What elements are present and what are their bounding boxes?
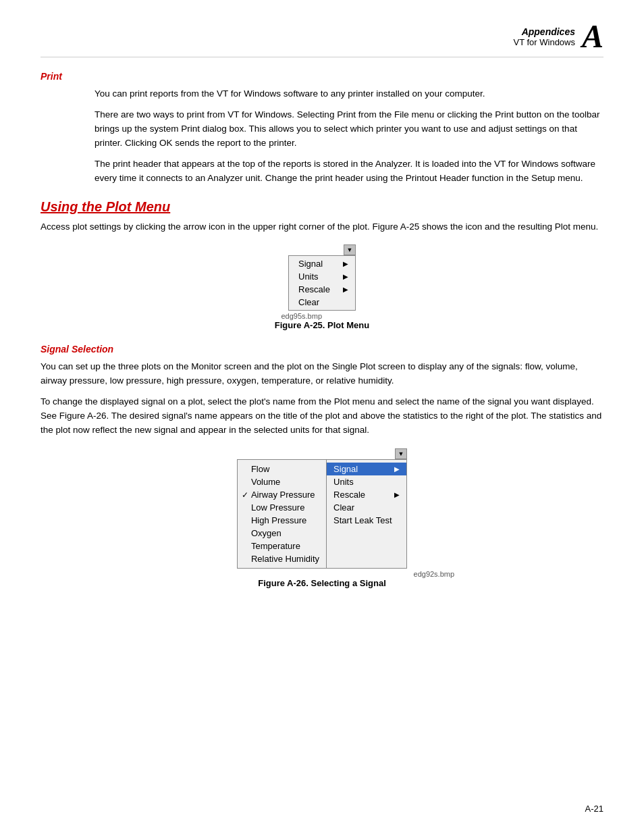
units-submenu-arrow: ▶: [343, 273, 348, 280]
signal-selection-section: Signal Selection You can set up the thre…: [41, 344, 603, 588]
plot-menu-box: Signal ▶ Units ▶ Rescale ▶ Clear: [288, 255, 356, 311]
figure-25-caption: Figure A-25. Plot Menu: [275, 320, 369, 330]
print-section: Print You can print reports from the VT …: [41, 71, 603, 186]
right-menu-units[interactable]: Units: [327, 475, 406, 488]
right-menu-clear[interactable]: Clear: [327, 501, 406, 514]
signal-para2: To change the displayed signal on a plot…: [41, 395, 603, 438]
right-rescale-arrow: ▶: [394, 491, 400, 498]
figure-26-wrapper: ▼ Flow Volume Airway Pressure: [41, 448, 603, 588]
left-menu-flow[interactable]: Flow: [238, 463, 326, 475]
header-title: Appendices: [513, 26, 575, 37]
plot-menu-arrow-icon[interactable]: ▼: [344, 244, 356, 255]
page: Appendices VT for Windows A Print You ca…: [0, 0, 644, 834]
left-menu-low-pressure[interactable]: Low Pressure: [238, 501, 326, 514]
figure-26-caption: Figure A-26. Selecting a Signal: [258, 578, 386, 588]
left-menu-relative-humidity[interactable]: Relative Humidity: [238, 552, 326, 565]
print-para1: You can print reports from the VT for Wi…: [95, 87, 603, 101]
print-para3: The print header that appears at the top…: [95, 157, 603, 186]
print-label: Print: [41, 71, 603, 82]
page-header: Appendices VT for Windows A: [41, 20, 603, 57]
rescale-submenu-arrow: ▶: [343, 286, 348, 293]
plot-menu-para1: Access plot settings by clicking the arr…: [41, 220, 603, 234]
signal-para1: You can set up the three plots on the Mo…: [41, 360, 603, 388]
header-subtitle: VT for Windows: [513, 37, 575, 47]
menu-item-clear[interactable]: Clear: [289, 296, 355, 309]
menu-item-units[interactable]: Units ▶: [289, 270, 355, 283]
left-menu-high-pressure[interactable]: High Pressure: [238, 514, 326, 527]
signal-submenu-arrow: ▶: [343, 260, 348, 267]
right-signal-arrow: ▶: [394, 465, 400, 473]
page-number: A-21: [585, 804, 603, 814]
left-menu-temperature[interactable]: Temperature: [238, 540, 326, 552]
header-letter: A: [582, 20, 603, 53]
left-menu-airway-pressure[interactable]: Airway Pressure: [238, 488, 326, 501]
menu-item-signal[interactable]: Signal ▶: [289, 257, 355, 270]
right-menu-rescale[interactable]: Rescale ▶: [327, 488, 406, 501]
menu-item-rescale[interactable]: Rescale ▶: [289, 283, 355, 296]
figure-25-wrapper: ▼ Signal ▶ Units ▶ Rescale ▶: [41, 244, 603, 330]
signal-right-menu: Signal ▶ Units Rescale ▶ Clear: [326, 459, 407, 569]
left-menu-oxygen[interactable]: Oxygen: [238, 527, 326, 540]
plot-menu-section: Using the Plot Menu Access plot settings…: [41, 199, 603, 331]
left-menu-volume[interactable]: Volume: [238, 475, 326, 488]
edg-label-26: edg92s.bmp: [414, 570, 455, 578]
signal-selection-label: Signal Selection: [41, 344, 603, 355]
plot-menu-heading: Using the Plot Menu: [41, 199, 603, 215]
right-menu-signal[interactable]: Signal ▶: [327, 463, 406, 475]
signal-menu-arrow-icon[interactable]: ▼: [395, 448, 407, 459]
right-menu-start-leak-test[interactable]: Start Leak Test: [327, 514, 406, 527]
print-para2: There are two ways to print from VT for …: [95, 108, 603, 151]
signal-left-menu: Flow Volume Airway Pressure Low Pressure: [237, 459, 327, 569]
signal-menu-combined: Flow Volume Airway Pressure Low Pressure: [237, 459, 407, 569]
edg-label-25: edg95s.bmp: [281, 312, 322, 320]
